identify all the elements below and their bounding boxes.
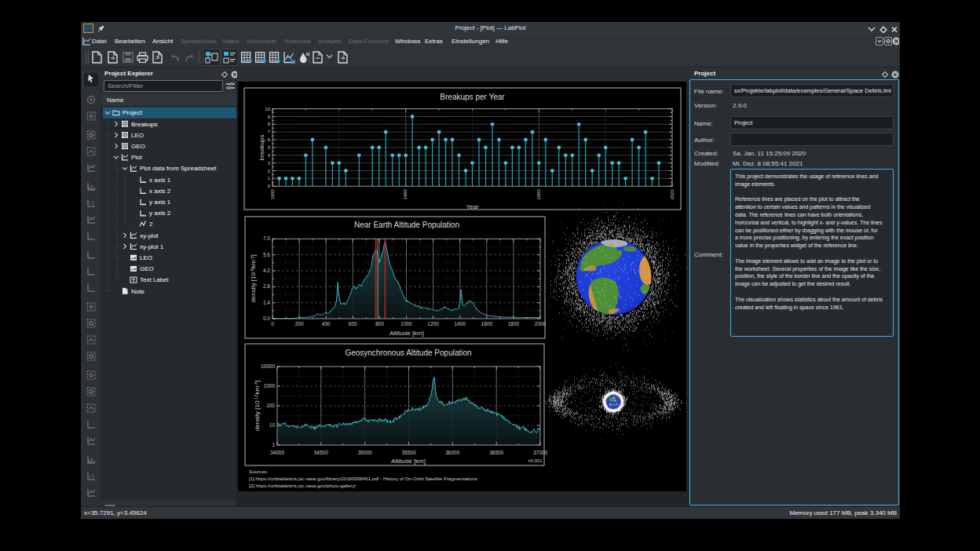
svg-text:1600: 1600: [481, 321, 493, 327]
svg-text:100: 100: [266, 403, 275, 408]
svg-text:Note: Note: [131, 288, 144, 295]
svg-text:Altitude [km]: Altitude [km]: [391, 458, 426, 465]
svg-text:Sources:: Sources:: [249, 469, 269, 474]
svg-text:35500: 35500: [401, 450, 415, 455]
svg-text:xy-plot: xy-plot: [140, 232, 159, 239]
svg-text:×0.001: ×0.001: [528, 458, 543, 463]
svg-text:LEO: LEO: [140, 254, 152, 261]
svg-text:200: 200: [295, 321, 304, 327]
svg-text:1200: 1200: [427, 321, 439, 327]
svg-text:35000: 35000: [358, 450, 372, 455]
svg-text:2020: 2020: [670, 189, 675, 200]
svg-text:1960: 1960: [270, 189, 275, 200]
svg-text:Text Label: Text Label: [140, 276, 169, 283]
svg-text:1980: 1980: [403, 189, 408, 200]
svg-text:[2] https://orbitaldebris.jsc.: [2] https://orbitaldebris.jsc.nasa.gov/p…: [249, 483, 356, 488]
svg-text:Plot: Plot: [131, 154, 143, 161]
svg-text:36500: 36500: [489, 450, 503, 455]
svg-text:Year: Year: [466, 203, 479, 210]
svg-text:density [10-12km-3]: density [10-12km-3]: [254, 381, 261, 431]
svg-text:xy-plot 1: xy-plot 1: [140, 243, 164, 250]
svg-text:Breakups: Breakups: [131, 121, 158, 128]
svg-text:1800: 1800: [508, 321, 520, 327]
svg-text:2.8: 2.8: [263, 283, 270, 289]
svg-text:y axis 2: y axis 2: [149, 210, 171, 217]
svg-text:800: 800: [375, 321, 384, 327]
svg-text:0: 0: [271, 321, 274, 327]
svg-text:Breakups per Year: Breakups per Year: [440, 93, 505, 101]
svg-text:34000: 34000: [270, 450, 284, 455]
svg-text:2: 2: [149, 221, 153, 228]
svg-text:1: 1: [272, 442, 275, 447]
svg-text:[1] https://orbitaldebris.jsc.: [1] https://orbitaldebris.jsc.nasa.gov/l…: [249, 476, 477, 481]
svg-text:GEO: GEO: [140, 265, 154, 272]
svg-text:GEO: GEO: [131, 143, 145, 150]
svg-text:2000: 2000: [536, 189, 541, 200]
svg-text:y axis 1: y axis 1: [149, 199, 171, 206]
svg-text:4.2: 4.2: [263, 268, 270, 273]
svg-text:density [10-8km-3]: density [10-8km-3]: [250, 254, 258, 302]
svg-text:0.0: 0.0: [263, 316, 270, 321]
svg-text:Plot data from Spreadsheet: Plot data from Spreadsheet: [140, 165, 217, 172]
svg-text:1.4: 1.4: [263, 300, 270, 305]
svg-text:Geosynchronous Altitude Popula: Geosynchronous Altitude Population: [345, 348, 471, 357]
svg-text:LEO: LEO: [131, 132, 144, 139]
svg-text:600: 600: [349, 321, 357, 327]
svg-text:10: 10: [269, 422, 276, 428]
svg-text:Project: Project: [122, 109, 143, 116]
svg-text:x axis 1: x axis 1: [149, 177, 171, 184]
svg-text:1400: 1400: [454, 321, 466, 327]
svg-text:10: 10: [265, 107, 270, 111]
svg-text:400: 400: [322, 321, 331, 327]
svg-text:36000: 36000: [445, 450, 459, 455]
svg-text:34500: 34500: [314, 450, 328, 455]
svg-text:x axis 2: x axis 2: [149, 188, 171, 195]
svg-text:Altitude [km]: Altitude [km]: [389, 330, 424, 337]
svg-text:10000: 10000: [261, 363, 275, 369]
svg-text:2000: 2000: [535, 321, 547, 327]
svg-text:1000: 1000: [400, 321, 412, 327]
svg-text:Near Earth Altitude Population: Near Earth Altitude Population: [354, 221, 459, 229]
svg-text:breakups: breakups: [258, 135, 265, 161]
svg-text:7.0: 7.0: [263, 235, 270, 241]
svg-text:5.6: 5.6: [263, 252, 270, 257]
svg-text:1000: 1000: [264, 383, 276, 389]
svg-text:37000: 37000: [533, 450, 547, 455]
